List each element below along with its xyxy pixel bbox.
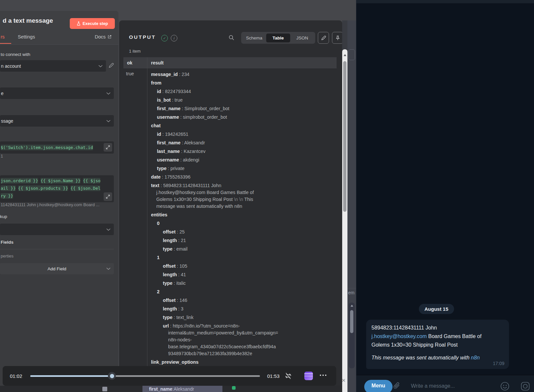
light-scrollbar-thumb[interactable] <box>343 61 346 212</box>
docs-label: Docs <box>95 34 106 39</box>
seek-bar-fill <box>30 375 112 377</box>
tab-active-underline <box>0 43 11 44</box>
node-settings-panel: d a text message Execute step rs Setting… <box>0 11 118 392</box>
result-row: message_id : 234 <box>151 71 335 78</box>
credential-select[interactable]: n account <box>0 60 106 72</box>
chevron-down-icon <box>98 65 103 67</box>
close-icon[interactable]: ✕ <box>342 378 346 383</box>
result-row: type : text_link <box>151 314 335 321</box>
expand-expression-button[interactable] <box>104 143 112 152</box>
text-expression-input[interactable]: json.orderid }} {{ $json.Name }} {{ $jso… <box>0 175 114 202</box>
output-panel: OUTPUT ✓ i Schema Table JSON 1 item ok r… <box>119 20 342 392</box>
email-link[interactable]: j.hostkey@hostkey.com <box>371 333 427 339</box>
message-line1: 5894823:11428431111 John <box>371 325 437 331</box>
result-row: is_bot : true <box>151 97 335 104</box>
add-field-button[interactable]: Add Field <box>0 263 114 274</box>
operation-select[interactable]: ssage <box>0 115 114 127</box>
fields-section-header: Fields <box>1 240 13 245</box>
credential-value: n account <box>0 63 21 69</box>
result-row: offset : 105 <box>151 263 335 270</box>
search-icon[interactable] <box>229 35 234 40</box>
total-time: 01:53 <box>267 373 280 379</box>
result-row: link_preview_options <box>151 359 335 366</box>
scroll-up-arrow-icon[interactable] <box>350 305 353 307</box>
resource-select[interactable]: e <box>0 87 114 99</box>
fragment-key: first_name <box>149 386 172 392</box>
credential-label: to connect with <box>1 52 30 57</box>
result-row: chat <box>151 122 335 129</box>
add-field-label: Add Field <box>47 266 66 271</box>
n8n-link[interactable]: n8n <box>471 355 480 360</box>
mini-scrollbar-thumb[interactable] <box>350 310 353 333</box>
scrollbar-fragment <box>102 387 107 391</box>
edit-credential-pencil-icon[interactable] <box>109 63 114 68</box>
reply-markup-select[interactable] <box>0 224 114 235</box>
output-title: OUTPUT <box>129 34 156 40</box>
result-row: 0 <box>151 220 335 227</box>
section-divider <box>0 249 114 249</box>
tab-json[interactable]: JSON <box>290 34 314 42</box>
chevron-down-icon <box>106 228 111 231</box>
result-row: length : 3 <box>151 306 335 312</box>
more-options-icon[interactable] <box>320 375 326 376</box>
info-icon[interactable]: i <box>171 35 177 41</box>
menu-button[interactable]: Menu <box>364 380 393 392</box>
result-row: date : 1755263396 <box>151 174 335 181</box>
clapperboard-icon[interactable] <box>304 372 313 380</box>
chat-id-expression: $('Switch').item.json.message.chat.id <box>0 145 93 150</box>
flask-icon <box>77 21 81 26</box>
column-header-result: result <box>147 60 164 65</box>
no-repeat-icon[interactable] <box>284 372 292 380</box>
edit-output-button[interactable] <box>318 32 329 44</box>
result-row: first_name : Aleksandr <box>151 139 335 146</box>
result-row: from <box>151 80 335 86</box>
chevron-down-icon <box>106 92 111 95</box>
clipped-text-fragment: em <box>348 290 354 295</box>
table-header: ok result <box>123 57 337 68</box>
result-row: offset : 25 <box>151 229 335 235</box>
docs-link[interactable]: Docs <box>95 34 112 39</box>
result-row: text : 5894823:11428431111 Johnj.hostkey… <box>151 182 335 210</box>
paperclip-icon[interactable] <box>393 382 400 390</box>
result-row: type : italic <box>151 280 335 287</box>
pencil-icon <box>321 36 326 40</box>
current-time: 01:02 <box>10 373 22 379</box>
highlighted-schema-row: first_name : Aleksandr <box>142 386 222 392</box>
emoji-icon[interactable] <box>500 382 509 391</box>
tab-settings[interactable]: Settings <box>18 34 35 39</box>
message-input[interactable]: Write a message... <box>411 383 455 389</box>
message-footer: This message was sent automatically with… <box>371 354 504 362</box>
composer-bar: Menu Write a message... <box>356 375 534 392</box>
result-row: length : 21 <box>151 237 335 244</box>
video-message-icon[interactable] <box>521 382 530 391</box>
text-expression-preview: 11428431111 John j.hostkey@hostkey.com B… <box>1 202 114 207</box>
pin-data-button[interactable] <box>332 32 343 44</box>
fragment-value: Aleksandr <box>174 386 194 392</box>
result-row: entities <box>151 211 335 218</box>
result-row: first_name : Simplrobot_order_bot <box>151 105 335 112</box>
chat-id-preview: 1 <box>1 154 113 159</box>
result-row: id : 194242651 <box>151 131 335 138</box>
scroll-up-arrow-icon[interactable] <box>343 54 346 56</box>
screen: d a text message Execute step rs Setting… <box>0 0 534 392</box>
execute-step-button[interactable]: Execute step <box>70 18 115 29</box>
no-properties-text: perties <box>1 254 13 258</box>
success-check-icon: ✓ <box>161 35 168 41</box>
result-row: url : https://n8n.io/?utm_source=n8n-int… <box>151 323 335 357</box>
message-line2: Board Games Battle of <box>427 333 481 339</box>
result-row: 1 <box>151 254 335 261</box>
text-expression: json.orderid }} {{ $json.Name }} {{ $jso… <box>0 177 114 200</box>
result-row: 2 <box>151 288 335 295</box>
tab-parameters[interactable]: rs <box>1 34 5 39</box>
reply-markup-label: kup <box>0 214 7 219</box>
chevron-down-icon <box>106 267 111 270</box>
telegram-top-bar <box>356 0 534 3</box>
tab-schema[interactable]: Schema <box>242 34 266 42</box>
node-title: d a text message <box>3 17 53 24</box>
expand-expression-button[interactable] <box>104 192 112 201</box>
chat-id-expression-input[interactable]: $('Switch').item.json.message.chat.id <box>0 141 114 154</box>
seek-handle-dot <box>110 374 114 378</box>
external-link-icon <box>108 35 112 39</box>
tab-table[interactable]: Table <box>266 34 290 42</box>
item-count: 1 item <box>129 49 140 54</box>
